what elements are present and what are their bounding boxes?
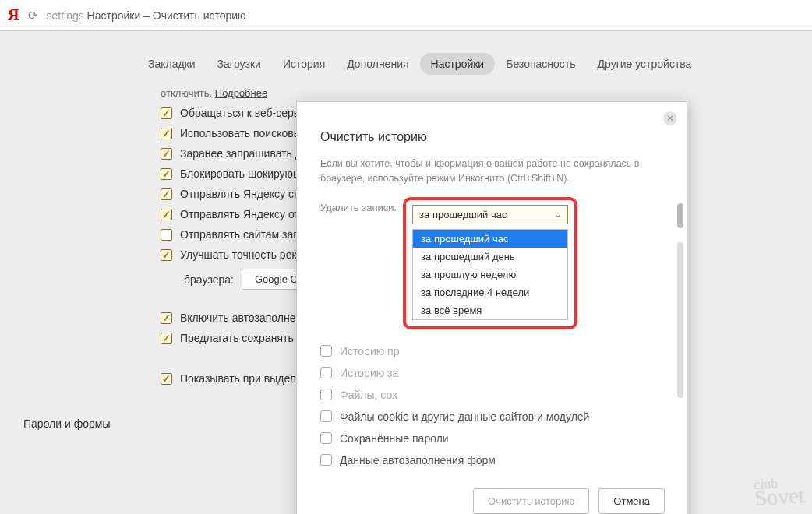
- setting-label: Использовать поисковые: [180, 127, 308, 139]
- check-label: Историю пр: [340, 345, 399, 357]
- setting-label: Отправлять сайтам запро: [180, 228, 311, 241]
- check-label: Историю за: [340, 367, 398, 379]
- dropdown-list: за прошедший час за прошедший день за пр…: [412, 229, 568, 320]
- check-label: Файлы, сох: [340, 389, 397, 401]
- modal-check-row[interactable]: Данные автозаполнения форм: [320, 454, 663, 466]
- check-label: Файлы cookie и другие данные сайтов и мо…: [340, 410, 589, 423]
- checkbox-icon[interactable]: [320, 345, 332, 357]
- checkbox-icon[interactable]: [161, 107, 172, 119]
- setting-label: Отправлять Яндексу стати: [180, 188, 316, 200]
- highlight-box: за прошедший час ⌄ за прошедший час за п…: [403, 197, 577, 329]
- tab-security[interactable]: Безопасность: [495, 53, 586, 75]
- checkbox-icon[interactable]: [161, 148, 172, 160]
- time-range-row: Удалить записи: за прошедший час ⌄ за пр…: [297, 186, 687, 329]
- modal-check-row[interactable]: Историю за: [320, 367, 663, 379]
- checkbox-icon[interactable]: [161, 188, 172, 200]
- setting-label: Улучшать точность реком: [180, 248, 310, 261]
- subtext: отключить. Подробнее: [161, 87, 812, 99]
- checkbox-icon[interactable]: [320, 410, 332, 422]
- modal-checkbox-list: Историю пр Историю за Файлы, сох Файлы c…: [297, 329, 687, 466]
- modal-check-row[interactable]: Файлы, сох: [320, 389, 663, 401]
- checkbox-icon[interactable]: [161, 209, 172, 220]
- cancel-button[interactable]: Отмена: [598, 488, 665, 514]
- setting-label: Обращаться к веб-сервис: [180, 107, 311, 119]
- tab-settings[interactable]: Настройки: [420, 53, 496, 75]
- dropdown-option[interactable]: за всё время: [413, 301, 567, 319]
- subtext-link[interactable]: Подробнее: [215, 87, 267, 99]
- checkbox-icon[interactable]: [320, 432, 332, 444]
- modal-check-row[interactable]: Сохранённые пароли: [320, 432, 663, 445]
- modal-check-row[interactable]: Историю пр: [320, 345, 663, 357]
- tab-other-devices[interactable]: Другие устройства: [587, 53, 703, 75]
- scrollbar-track[interactable]: [677, 242, 683, 398]
- tab-extensions[interactable]: Дополнения: [336, 53, 419, 75]
- dropdown-option[interactable]: за прошлую неделю: [413, 266, 567, 283]
- reload-icon[interactable]: ⟳: [28, 9, 38, 23]
- setting-label: Заранее запрашивать дан: [180, 147, 313, 160]
- dropdown-option[interactable]: за последние 4 недели: [413, 283, 567, 301]
- tab-downloads[interactable]: Загрузки: [207, 53, 272, 75]
- address-text[interactable]: settings Настройки – Очистить историю: [46, 9, 245, 22]
- check-label: Данные автозаполнения форм: [340, 454, 496, 466]
- checkbox-icon[interactable]: [320, 367, 332, 378]
- close-icon[interactable]: ✕: [663, 111, 677, 125]
- checkbox-icon[interactable]: [320, 389, 332, 400]
- checkbox-icon[interactable]: [161, 128, 172, 139]
- setting-label: Предлагать сохранять па: [180, 332, 309, 344]
- dropdown-option[interactable]: за прошедший день: [413, 248, 567, 266]
- subtext-prefix: отключить.: [161, 87, 212, 99]
- browser-label: браузера:: [184, 273, 234, 286]
- tab-bookmarks[interactable]: Закладки: [137, 53, 207, 75]
- clear-history-modal: ✕ Очистить историю Если вы хотите, чтобы…: [296, 101, 687, 514]
- checkbox-icon[interactable]: [161, 312, 172, 324]
- time-range-label: Удалить записи:: [320, 197, 397, 213]
- scrollbar-thumb[interactable]: [677, 203, 683, 228]
- chevron-down-icon: ⌄: [555, 210, 561, 219]
- tab-history[interactable]: История: [272, 53, 336, 75]
- setting-label: Отправлять Яндексу отчё: [180, 208, 311, 220]
- modal-title: Очистить историю: [297, 102, 687, 157]
- checkbox-icon[interactable]: [161, 373, 172, 385]
- settings-tabs: Закладки Загрузки История Дополнения Нас…: [137, 53, 812, 75]
- address-bar: Я ⟳ settings Настройки – Очистить истори…: [0, 0, 812, 31]
- modal-description: Если вы хотите, чтобы информация о вашей…: [297, 157, 687, 186]
- setting-label: Включить автозаполнени: [180, 312, 308, 324]
- checkbox-icon[interactable]: [161, 229, 172, 241]
- clear-history-button[interactable]: Очистить историю: [473, 488, 589, 514]
- dropdown-option[interactable]: за прошедший час: [413, 230, 567, 248]
- time-range-dropdown[interactable]: за прошедший час ⌄: [412, 205, 568, 224]
- settings-page: Закладки Загрузки История Дополнения Нас…: [0, 31, 812, 514]
- url-title: Настройки – Очистить историю: [87, 9, 246, 22]
- section-passwords-forms: Пароли и формы: [23, 417, 110, 430]
- check-label: Сохранённые пароли: [340, 432, 449, 445]
- checkbox-icon[interactable]: [161, 333, 172, 344]
- url-scheme: settings: [46, 9, 83, 22]
- modal-check-row[interactable]: Файлы cookie и другие данные сайтов и мо…: [320, 410, 663, 423]
- modal-buttons: Очистить историю Отмена: [297, 476, 687, 515]
- setting-label: Блокировать шокирующу: [180, 167, 308, 180]
- checkbox-icon[interactable]: [161, 168, 172, 180]
- checkbox-icon[interactable]: [320, 454, 332, 466]
- yandex-logo: Я: [8, 6, 19, 24]
- checkbox-icon[interactable]: [161, 249, 172, 261]
- dropdown-selected: за прошедший час: [419, 209, 507, 220]
